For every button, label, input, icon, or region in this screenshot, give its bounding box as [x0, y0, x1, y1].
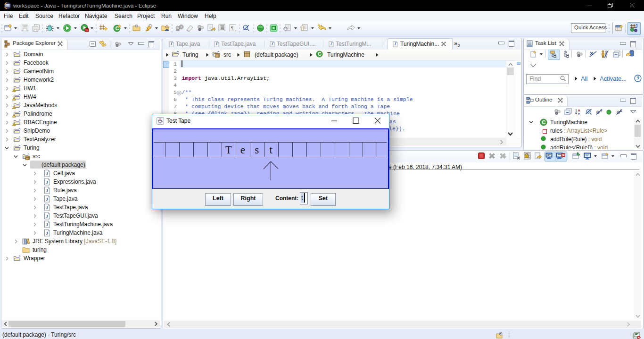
- svg-text:z: z: [578, 112, 580, 116]
- svg-text:J: J: [635, 24, 638, 29]
- svg-text:¶: ¶: [231, 25, 233, 31]
- svg-text:?: ?: [636, 76, 639, 81]
